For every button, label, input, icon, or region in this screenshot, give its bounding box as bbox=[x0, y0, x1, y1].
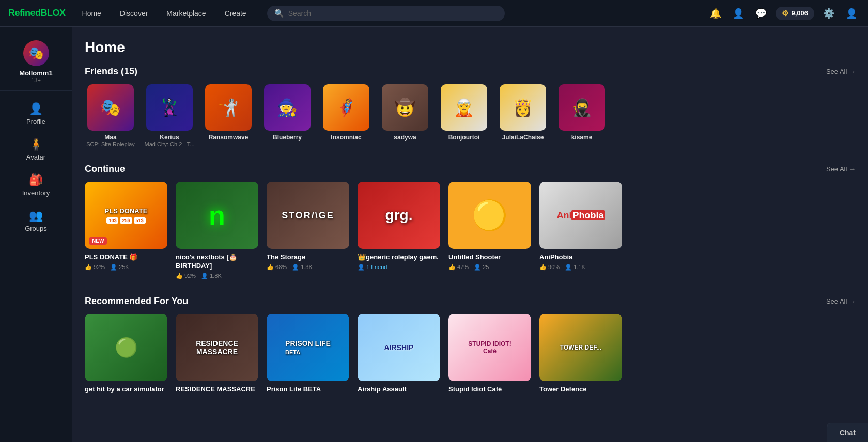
notifications-icon[interactable]: 🔔 bbox=[707, 5, 724, 22]
friend-avatar: 🦹 bbox=[146, 84, 193, 131]
recommended-section: Recommended For You See All → 🟢 get hit … bbox=[85, 296, 856, 396]
sidebar-item-avatar[interactable]: 🧍 Avatar bbox=[8, 133, 65, 166]
game-title: PLS DONATE 🎁 bbox=[85, 253, 167, 262]
game-thumb-inner: RESIDENCEMASSACRE bbox=[176, 314, 258, 381]
logo[interactable]: RefinedBLOX bbox=[8, 8, 66, 19]
game-title: Airship Assault bbox=[358, 385, 440, 394]
game-rating: 👍 92% bbox=[176, 273, 196, 279]
search-input[interactable] bbox=[288, 9, 498, 18]
avatar-icon: 🧍 bbox=[29, 138, 43, 151]
game-title: Prison Life BETA bbox=[267, 385, 349, 394]
top-nav: RefinedBLOX Home Discover Marketplace Cr… bbox=[0, 0, 868, 27]
friend-avatar: 🎭 bbox=[87, 84, 134, 131]
friend-avatar: 🤺 bbox=[205, 84, 252, 131]
nav-discover[interactable]: Discover bbox=[112, 6, 156, 21]
friends-see-all[interactable]: See All → bbox=[826, 68, 856, 75]
friends-section: Friends (15) See All → 🎭 Maa SCP: Site R… bbox=[85, 66, 856, 147]
settings-icon[interactable]: ⚙️ bbox=[820, 5, 837, 22]
user-icon[interactable]: 👤 bbox=[843, 5, 860, 22]
main-content: Home Friends (15) See All → 🎭 Maa SCP: S… bbox=[72, 27, 868, 442]
game-thumbnail: grg. bbox=[358, 182, 440, 249]
game-players: 👤 25 bbox=[474, 264, 489, 271]
friends-icon[interactable]: 👤 bbox=[730, 5, 747, 22]
game-players: 👤 25K bbox=[110, 264, 129, 271]
friend-card[interactable]: 🤠 sadywa bbox=[379, 84, 431, 147]
game-title: AniPhobia bbox=[539, 253, 622, 262]
friend-card[interactable]: 🎭 Maa SCP: Site Roleplay bbox=[85, 84, 136, 147]
continue-see-all[interactable]: See All → bbox=[826, 165, 856, 173]
nav-marketplace[interactable]: Marketplace bbox=[158, 6, 214, 21]
friend-name: Blueberry bbox=[261, 134, 313, 141]
page-title: Home bbox=[85, 39, 856, 56]
game-card[interactable]: STOR/\GE The Storage 👍 68% 👤 1.3K bbox=[267, 182, 349, 279]
game-meta: 👍 92% 👤 1.8K bbox=[176, 273, 258, 279]
game-players: 👤 1.3K bbox=[292, 264, 313, 271]
profile-icon: 👤 bbox=[29, 102, 43, 116]
friend-card[interactable]: 🥷 kisame bbox=[556, 84, 608, 147]
sidebar-item-groups[interactable]: 👥 Groups bbox=[8, 204, 65, 238]
game-card[interactable]: AIRSHIP Airship Assault bbox=[358, 314, 440, 396]
search-bar[interactable]: 🔍 bbox=[267, 6, 505, 21]
game-card[interactable]: RESIDENCEMASSACRE RESIDENCE MASSACRE bbox=[176, 314, 258, 396]
game-card[interactable]: 🟢 get hit by a car simulator bbox=[85, 314, 167, 396]
logo-prefix: Refined bbox=[8, 8, 41, 18]
game-rating: 👍 92% bbox=[85, 264, 105, 271]
continue-title: Continue bbox=[85, 164, 125, 175]
sidebar-inventory-label: Inventory bbox=[22, 189, 50, 197]
chat-button[interactable]: Chat bbox=[827, 423, 868, 442]
friend-card[interactable]: 👸 JulaiLaChaise bbox=[497, 84, 549, 147]
game-card[interactable]: n nico's nextbots [🎂BIRTHDAY] 👍 92% 👤 1.… bbox=[176, 182, 258, 279]
game-thumb-inner: AniPhobia bbox=[539, 182, 622, 249]
game-card[interactable]: PLS DONATE 10$ 25$ 51$ NEW PLS DONATE 🎁 … bbox=[85, 182, 167, 279]
game-thumb-inner: PRISON LIFEBETA bbox=[267, 314, 349, 381]
robux-icon: ⚙ bbox=[782, 9, 788, 18]
game-card[interactable]: 🟡 Untitled Shooter 👍 47% 👤 25 bbox=[448, 182, 531, 279]
game-card[interactable]: STUPID IDIOT!Café Stupid Idiot Café bbox=[448, 314, 531, 396]
game-card[interactable]: TOWER DEF... Tower Defence bbox=[539, 314, 622, 396]
friends-header: Friends (15) See All → bbox=[85, 66, 856, 77]
game-card[interactable]: AniPhobia AniPhobia 👍 90% 👤 1.1K bbox=[539, 182, 622, 279]
robux-badge[interactable]: ⚙ 9,006 bbox=[776, 7, 814, 20]
game-thumbnail: AniPhobia bbox=[539, 182, 622, 249]
nav-create[interactable]: Create bbox=[216, 6, 255, 21]
game-rating: 👍 90% bbox=[539, 264, 560, 271]
recommended-title: Recommended For You bbox=[85, 296, 188, 307]
game-thumb-inner: n bbox=[176, 182, 258, 249]
game-meta: 👤 1 Friend bbox=[358, 264, 440, 271]
messages-icon[interactable]: 💬 bbox=[753, 5, 769, 22]
friend-card[interactable]: 🧙 Blueberry bbox=[261, 84, 313, 147]
sidebar-username: Mollomm1 bbox=[19, 69, 52, 77]
new-badge: NEW bbox=[89, 237, 107, 245]
friend-avatar: 👸 bbox=[500, 84, 546, 131]
friend-card[interactable]: 🦹 Kerius Mad City: Ch.2 - T... bbox=[144, 84, 195, 147]
game-thumbnail: TOWER DEF... bbox=[539, 314, 622, 381]
sidebar-groups-label: Groups bbox=[25, 225, 47, 232]
sidebar-item-profile[interactable]: 👤 Profile bbox=[8, 97, 65, 131]
recommended-games-row: 🟢 get hit by a car simulator RESIDENCEMA… bbox=[85, 314, 856, 396]
game-card[interactable]: PRISON LIFEBETA Prison Life BETA bbox=[267, 314, 349, 396]
game-thumb-inner: AIRSHIP bbox=[358, 314, 440, 381]
sidebar-profile-label: Profile bbox=[26, 118, 45, 125]
nav-home[interactable]: Home bbox=[74, 6, 110, 21]
sidebar-profile[interactable]: 🎭 Mollomm1 13+ bbox=[0, 35, 72, 91]
game-rating: 👍 47% bbox=[448, 264, 469, 271]
friends-title: Friends (15) bbox=[85, 66, 137, 77]
friend-name: Maa bbox=[85, 134, 136, 141]
friend-card[interactable]: 🦸 Insomniac bbox=[320, 84, 372, 147]
sidebar-item-inventory[interactable]: 🎒 Inventory bbox=[8, 168, 65, 202]
game-thumb-inner: STOR/\GE bbox=[267, 182, 349, 249]
friend-name: Insomniac bbox=[320, 134, 372, 141]
game-card[interactable]: grg. 👑generic roleplay gaem. 👤 1 Friend bbox=[358, 182, 440, 279]
nav-right: 🔔 👤 💬 ⚙ 9,006 ⚙️ 👤 bbox=[707, 5, 860, 22]
friend-card[interactable]: 🧝 Bonjourtoi bbox=[438, 84, 490, 147]
friend-avatar: 🤠 bbox=[382, 84, 428, 131]
nav-links: Home Discover Marketplace Create bbox=[74, 6, 255, 21]
friend-count: 👤 1 Friend bbox=[358, 264, 387, 271]
game-thumb-inner: 🟢 bbox=[85, 314, 167, 381]
game-thumbnail: STUPID IDIOT!Café bbox=[448, 314, 531, 381]
recommended-see-all[interactable]: See All → bbox=[826, 297, 856, 305]
game-title: get hit by a car simulator bbox=[85, 385, 167, 394]
game-title: nico's nextbots [🎂BIRTHDAY] bbox=[176, 253, 258, 271]
friend-name: JulaiLaChaise bbox=[497, 134, 549, 141]
friend-card[interactable]: 🤺 Ransomwave bbox=[203, 84, 254, 147]
